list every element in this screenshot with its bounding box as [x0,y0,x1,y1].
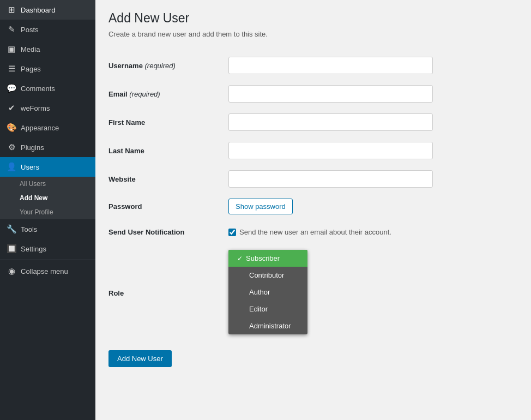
email-input[interactable] [228,85,433,103]
users-icon: 👤 [7,162,16,172]
website-label: Website [108,165,228,193]
pages-icon: ☰ [7,64,16,74]
website-input[interactable] [228,170,433,188]
sidebar-item-label: Users [21,163,39,171]
weforms-icon: ✔ [7,103,16,113]
sidebar-item-plugins[interactable]: ⚙ Plugins [0,137,95,157]
media-icon: ▣ [7,44,16,54]
role-row: Role ✓ Subscriber Contributor [108,244,518,341]
email-label: Email (required) [108,80,228,108]
show-password-button[interactable]: Show password [228,199,293,214]
role-dropdown[interactable]: ✓ Subscriber Contributor Author [228,250,307,334]
sidebar-item-posts[interactable]: ✎ Posts [0,20,95,39]
role-option-contributor[interactable]: Contributor [228,267,307,284]
comments-icon: 💬 [7,83,16,93]
sidebar-item-label: Media [21,45,40,53]
users-submenu: All Users Add New Your Profile [0,177,95,219]
username-input[interactable] [228,57,433,74]
settings-icon: 🔲 [7,244,16,254]
notification-field: Send the new user an email about their a… [228,228,518,236]
notification-checkbox[interactable] [228,229,236,236]
sidebar: ⊞ Dashboard ✎ Posts ▣ Media ☰ Pages 💬 Co… [0,0,95,420]
username-row: Username (required) [108,51,518,80]
add-user-form: Username (required) Email (required) [108,51,518,341]
appearance-icon: 🎨 [7,123,16,133]
sidebar-item-settings[interactable]: 🔲 Settings [0,239,95,259]
sidebar-item-label: Comments [21,85,55,93]
role-option-subscriber[interactable]: ✓ Subscriber [228,250,307,267]
sidebar-item-label: Plugins [21,143,44,152]
posts-icon: ✎ [7,25,16,34]
sidebar-item-tools[interactable]: 🔧 Tools [0,219,95,239]
notification-label: Send User Notification [108,220,228,244]
username-label: Username (required) [108,51,228,80]
sidebar-item-users[interactable]: 👤 Users [0,157,95,177]
lastname-label: Last Name [108,136,228,165]
sidebar-item-dashboard[interactable]: ⊞ Dashboard [0,0,95,20]
sidebar-item-label: Posts [21,26,39,34]
add-new-user-button[interactable]: Add New User [108,350,172,367]
role-label: Role [108,244,228,341]
notification-text: Send the new user an email about their a… [239,228,391,236]
sidebar-item-label: Pages [21,65,41,73]
sidebar-item-label: Tools [21,225,37,233]
sidebar-item-pages[interactable]: ☰ Pages [0,59,95,79]
lastname-row: Last Name [108,136,518,165]
role-option-administrator[interactable]: Administrator [228,317,307,334]
role-dropdown-menu: ✓ Subscriber Contributor Author [228,250,307,334]
role-option-editor[interactable]: Editor [228,301,307,317]
sidebar-item-appearance[interactable]: 🎨 Appearance [0,118,95,137]
checkmark-icon: ✓ [237,255,243,262]
notification-row: Send User Notification Send the new user… [108,220,518,244]
lastname-input[interactable] [228,142,433,159]
page-title: Add New User [108,11,518,26]
dashboard-icon: ⊞ [7,5,16,15]
password-row: Password Show password [108,193,518,220]
collapse-icon: ◉ [7,266,16,276]
sidebar-item-media[interactable]: ▣ Media [0,39,95,59]
firstname-label: First Name [108,108,228,136]
password-label: Password [108,193,228,220]
firstname-input[interactable] [228,113,433,131]
firstname-row: First Name [108,108,518,136]
sidebar-item-label: Dashboard [21,6,56,14]
sidebar-item-comments[interactable]: 💬 Comments [0,79,95,98]
submenu-your-profile[interactable]: Your Profile [0,205,95,219]
email-row: Email (required) [108,80,518,108]
website-row: Website [108,165,518,193]
page-subtitle: Create a brand new user and add them to … [108,30,518,38]
sidebar-item-label: weForms [21,104,50,112]
sidebar-item-label: Settings [21,245,46,253]
submenu-all-users[interactable]: All Users [0,177,95,191]
sidebar-item-label: Appearance [21,124,59,132]
sidebar-item-weforms[interactable]: ✔ weForms [0,98,95,118]
sidebar-item-collapse[interactable]: ◉ Collapse menu [0,261,95,281]
main-content: Add New User Create a brand new user and… [95,0,531,420]
role-option-author[interactable]: Author [228,284,307,301]
tools-icon: 🔧 [7,224,16,234]
sidebar-item-label: Collapse menu [21,267,68,275]
submenu-add-new[interactable]: Add New [0,191,95,205]
plugins-icon: ⚙ [7,142,16,152]
